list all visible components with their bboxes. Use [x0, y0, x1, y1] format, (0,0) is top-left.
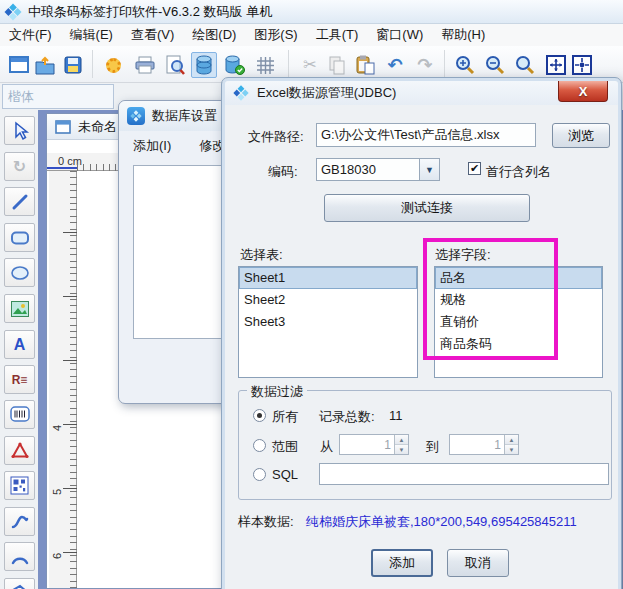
spinner-down-icon[interactable]: ▼ — [395, 445, 408, 454]
database-connect-button[interactable] — [222, 52, 248, 78]
filter-sql-label: SQL — [272, 467, 298, 482]
toolbar-separator — [288, 50, 289, 78]
zoom-button[interactable] — [512, 52, 538, 78]
tool-barcode-button[interactable] — [4, 400, 35, 429]
paste-button[interactable] — [352, 52, 378, 78]
cancel-button-label: 取消 — [465, 554, 491, 572]
table-list-item[interactable]: Sheet1 — [239, 267, 417, 289]
tool-shape-button[interactable] — [4, 436, 35, 465]
undo-button[interactable]: ↶ — [382, 52, 408, 78]
tool-select-button[interactable] — [4, 116, 35, 145]
cancel-button[interactable]: 取消 — [447, 549, 509, 577]
menu-window[interactable]: 窗口(W) — [367, 26, 432, 44]
range-from-value: 1 — [340, 435, 394, 454]
range-from-label: 从 — [320, 438, 333, 456]
tool-arc-button[interactable] — [4, 542, 35, 571]
grid-button[interactable] — [252, 52, 278, 78]
curve-icon — [10, 512, 30, 532]
redo-icon: ↷ — [417, 56, 432, 74]
database-settings-window-icon — [127, 107, 145, 125]
save-button[interactable] — [60, 52, 86, 78]
tool-text-button[interactable]: A — [4, 330, 35, 359]
file-path-label: 文件路径: — [248, 128, 304, 146]
copy-icon — [329, 56, 346, 75]
select-table-label: 选择表: — [240, 246, 283, 264]
spinner-up-icon[interactable]: ▲ — [395, 435, 408, 445]
tool-rotate-button[interactable]: ↻ — [4, 152, 35, 181]
filter-all-radio[interactable] — [253, 409, 266, 422]
zoom-in-icon — [455, 55, 475, 75]
app-logo-icon — [130, 110, 142, 122]
add-button[interactable]: 添加 — [371, 549, 433, 577]
menu-draw[interactable]: 绘图(D) — [183, 26, 245, 44]
zoom-out-button[interactable] — [482, 52, 508, 78]
range-to-spinner[interactable]: 1 ▲▼ — [449, 434, 519, 455]
window-titlebar: 中琅条码标签打印软件-V6.3.2 数码版 单机 — [0, 0, 623, 24]
sample-data-value: 纯棉婚庆床单被套,180*200,549,695425845211 — [306, 513, 577, 531]
tool-qrcode-button[interactable] — [4, 471, 35, 500]
qrcode-icon — [10, 476, 29, 495]
font-family-combo[interactable]: 楷体 — [2, 84, 114, 109]
tool-polygon-button[interactable] — [4, 578, 35, 589]
fit-selection-button[interactable] — [569, 52, 595, 78]
close-button[interactable]: X — [558, 81, 608, 102]
annotation-rectangle — [423, 238, 558, 360]
spinner-arrows[interactable]: ▲▼ — [504, 435, 518, 454]
menu-file[interactable]: 文件(F) — [0, 26, 61, 44]
fit-page-button[interactable] — [543, 52, 569, 78]
encoding-value: GB18030 — [317, 159, 419, 180]
table-list[interactable]: Sheet1 Sheet2 Sheet3 — [238, 266, 418, 378]
sql-input[interactable] — [319, 463, 609, 485]
menu-edit[interactable]: 编辑(E) — [61, 26, 122, 44]
spinner-arrows[interactable]: ▲▼ — [394, 435, 408, 454]
range-from-spinner[interactable]: 1 ▲▼ — [339, 434, 409, 455]
menu-add-datasource[interactable]: 添加(I) — [133, 137, 171, 155]
first-row-header-checkbox[interactable]: ✔ — [468, 162, 481, 175]
range-to-label: 到 — [426, 438, 439, 456]
tool-line-button[interactable] — [4, 187, 35, 216]
tool-image-button[interactable] — [4, 294, 35, 323]
ruler-tick-label: 6 — [51, 545, 63, 559]
menu-view[interactable]: 查看(V) — [122, 26, 183, 44]
toolbar-separator — [444, 50, 445, 78]
tool-curve-button[interactable] — [4, 507, 35, 536]
table-list-item[interactable]: Sheet2 — [239, 289, 417, 311]
tool-ellipse-button[interactable] — [4, 258, 35, 287]
print-button[interactable] — [132, 52, 158, 78]
record-total-value: 11 — [389, 408, 403, 423]
filter-sql-radio[interactable] — [253, 468, 266, 481]
grid-icon — [256, 56, 275, 75]
tool-rich-text-button[interactable]: R≡ — [4, 365, 35, 394]
test-connection-button[interactable]: 测试连接 — [324, 194, 530, 222]
menu-help[interactable]: 帮助(H) — [432, 26, 494, 44]
tool-rounded-rect-button[interactable] — [4, 223, 35, 252]
print-preview-button[interactable] — [162, 52, 188, 78]
zoom-in-button[interactable] — [452, 52, 478, 78]
save-icon — [64, 56, 82, 74]
copy-button[interactable] — [324, 52, 350, 78]
open-file-button[interactable] — [32, 52, 58, 78]
new-document-button[interactable] — [6, 52, 32, 78]
table-list-item[interactable]: Sheet3 — [239, 311, 417, 333]
file-path-input[interactable]: G:\办公文件\Test\产品信息.xlsx — [316, 123, 536, 147]
polygon-icon — [10, 583, 30, 589]
cursor-icon — [10, 121, 30, 141]
chevron-down-icon[interactable]: ▼ — [419, 159, 439, 180]
ellipse-icon — [10, 263, 30, 283]
menu-graphics[interactable]: 图形(S) — [245, 26, 306, 44]
check-icon: ✔ — [470, 162, 479, 175]
ruler-zero-marker — [47, 167, 77, 169]
spinner-down-icon[interactable]: ▼ — [505, 445, 518, 454]
settings-button[interactable] — [100, 52, 126, 78]
spinner-up-icon[interactable]: ▲ — [505, 435, 518, 445]
filter-range-radio[interactable] — [253, 439, 266, 452]
menu-tools[interactable]: 工具(T) — [307, 26, 368, 44]
print-preview-icon — [166, 55, 185, 75]
encoding-combo[interactable]: GB18030 ▼ — [316, 158, 440, 181]
cut-button[interactable]: ✂ — [297, 52, 323, 78]
redo-button[interactable]: ↷ — [412, 52, 438, 78]
font-family-value: 楷体 — [8, 88, 34, 106]
database-button[interactable] — [191, 52, 217, 78]
browse-button[interactable]: 浏览 — [552, 123, 610, 148]
excel-datasource-dialog: Excel数据源管理(JDBC) X 文件路径: G:\办公文件\Test\产品… — [222, 78, 621, 589]
